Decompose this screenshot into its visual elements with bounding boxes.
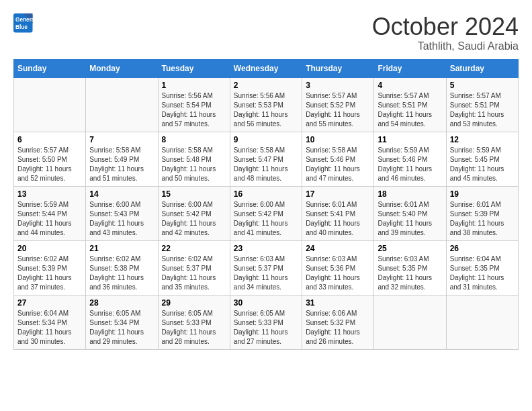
calendar-cell: 15Sunrise: 6:00 AMSunset: 5:42 PMDayligh… <box>158 186 230 240</box>
col-header-tuesday: Tuesday <box>158 59 230 77</box>
calendar-cell: 16Sunrise: 6:00 AMSunset: 5:42 PMDayligh… <box>230 186 302 240</box>
logo-icon: General Blue <box>13 13 34 34</box>
day-info: Sunrise: 5:59 AMSunset: 5:46 PMDaylight:… <box>378 146 442 183</box>
calendar-cell <box>86 77 158 132</box>
calendar-cell: 22Sunrise: 6:02 AMSunset: 5:37 PMDayligh… <box>158 240 230 295</box>
calendar-cell: 3Sunrise: 5:57 AMSunset: 5:52 PMDaylight… <box>302 77 374 132</box>
day-number: 11 <box>378 135 442 144</box>
calendar-cell: 4Sunrise: 5:57 AMSunset: 5:51 PMDaylight… <box>374 77 446 132</box>
calendar-cell: 27Sunrise: 6:04 AMSunset: 5:34 PMDayligh… <box>14 295 86 349</box>
day-info: Sunrise: 6:04 AMSunset: 5:34 PMDaylight:… <box>17 309 82 347</box>
logo: General Blue General Blue <box>13 13 36 34</box>
title-section: October 2024 Tathlith, Saudi Arabia <box>372 13 519 52</box>
day-number: 18 <box>378 189 442 199</box>
calendar-cell: 14Sunrise: 6:00 AMSunset: 5:43 PMDayligh… <box>86 186 158 240</box>
calendar-cell: 30Sunrise: 6:05 AMSunset: 5:33 PMDayligh… <box>230 295 302 349</box>
calendar-cell: 6Sunrise: 5:57 AMSunset: 5:50 PMDaylight… <box>14 132 86 186</box>
day-number: 30 <box>234 298 298 308</box>
calendar-table: SundayMondayTuesdayWednesdayThursdayFrid… <box>13 59 519 350</box>
calendar-cell <box>14 77 86 132</box>
day-number: 20 <box>17 244 82 253</box>
day-number: 26 <box>450 244 515 253</box>
day-info: Sunrise: 6:02 AMSunset: 5:39 PMDaylight:… <box>17 255 82 292</box>
day-number: 4 <box>378 81 442 90</box>
calendar-cell: 2Sunrise: 5:56 AMSunset: 5:53 PMDaylight… <box>230 77 302 132</box>
day-number: 3 <box>306 81 370 90</box>
col-header-thursday: Thursday <box>302 59 374 77</box>
day-info: Sunrise: 6:03 AMSunset: 5:37 PMDaylight:… <box>234 255 298 292</box>
day-number: 8 <box>162 135 226 144</box>
day-info: Sunrise: 5:57 AMSunset: 5:52 PMDaylight:… <box>306 91 370 129</box>
week-row-2: 6Sunrise: 5:57 AMSunset: 5:50 PMDaylight… <box>14 132 519 186</box>
calendar-cell: 18Sunrise: 6:01 AMSunset: 5:40 PMDayligh… <box>374 186 446 240</box>
col-header-monday: Monday <box>86 59 158 77</box>
calendar-cell: 7Sunrise: 5:58 AMSunset: 5:49 PMDaylight… <box>86 132 158 186</box>
day-number: 12 <box>450 135 515 144</box>
calendar-cell: 9Sunrise: 5:58 AMSunset: 5:47 PMDaylight… <box>230 132 302 186</box>
day-number: 16 <box>234 189 298 199</box>
month-title: October 2024 <box>372 13 519 40</box>
day-info: Sunrise: 6:01 AMSunset: 5:41 PMDaylight:… <box>306 200 370 238</box>
day-info: Sunrise: 6:02 AMSunset: 5:38 PMDaylight:… <box>89 255 154 292</box>
calendar-cell: 10Sunrise: 5:58 AMSunset: 5:46 PMDayligh… <box>302 132 374 186</box>
day-info: Sunrise: 6:00 AMSunset: 5:42 PMDaylight:… <box>234 200 298 238</box>
day-number: 29 <box>162 298 226 308</box>
day-number: 10 <box>306 135 370 144</box>
day-info: Sunrise: 6:06 AMSunset: 5:32 PMDaylight:… <box>306 309 370 347</box>
col-header-friday: Friday <box>374 59 446 77</box>
calendar-cell: 25Sunrise: 6:03 AMSunset: 5:35 PMDayligh… <box>374 240 446 295</box>
svg-text:General: General <box>15 17 34 23</box>
day-info: Sunrise: 5:59 AMSunset: 5:44 PMDaylight:… <box>17 200 82 238</box>
col-header-saturday: Saturday <box>446 59 518 77</box>
day-info: Sunrise: 5:58 AMSunset: 5:48 PMDaylight:… <box>162 146 226 183</box>
day-number: 6 <box>17 135 82 144</box>
day-number: 19 <box>450 189 515 199</box>
week-row-4: 20Sunrise: 6:02 AMSunset: 5:39 PMDayligh… <box>14 240 519 295</box>
day-info: Sunrise: 5:56 AMSunset: 5:54 PMDaylight:… <box>162 91 226 129</box>
day-info: Sunrise: 6:05 AMSunset: 5:33 PMDaylight:… <box>234 309 298 347</box>
calendar-cell: 17Sunrise: 6:01 AMSunset: 5:41 PMDayligh… <box>302 186 374 240</box>
day-number: 31 <box>306 298 370 308</box>
day-info: Sunrise: 5:57 AMSunset: 5:51 PMDaylight:… <box>378 91 442 129</box>
calendar-cell: 28Sunrise: 6:05 AMSunset: 5:34 PMDayligh… <box>86 295 158 349</box>
day-number: 27 <box>17 298 82 308</box>
day-number: 25 <box>378 244 442 253</box>
day-info: Sunrise: 6:04 AMSunset: 5:35 PMDaylight:… <box>450 255 515 292</box>
day-number: 23 <box>234 244 298 253</box>
day-info: Sunrise: 6:05 AMSunset: 5:33 PMDaylight:… <box>162 309 226 347</box>
day-info: Sunrise: 6:01 AMSunset: 5:40 PMDaylight:… <box>378 200 442 238</box>
week-row-1: 1Sunrise: 5:56 AMSunset: 5:54 PMDaylight… <box>14 77 519 132</box>
day-number: 22 <box>162 244 226 253</box>
calendar-cell <box>446 295 518 349</box>
calendar-cell: 26Sunrise: 6:04 AMSunset: 5:35 PMDayligh… <box>446 240 518 295</box>
calendar-cell: 29Sunrise: 6:05 AMSunset: 5:33 PMDayligh… <box>158 295 230 349</box>
day-info: Sunrise: 5:59 AMSunset: 5:45 PMDaylight:… <box>450 146 515 183</box>
day-number: 24 <box>306 244 370 253</box>
day-info: Sunrise: 5:58 AMSunset: 5:47 PMDaylight:… <box>234 146 298 183</box>
day-number: 13 <box>17 189 82 199</box>
calendar-cell: 8Sunrise: 5:58 AMSunset: 5:48 PMDaylight… <box>158 132 230 186</box>
day-info: Sunrise: 5:58 AMSunset: 5:49 PMDaylight:… <box>89 146 154 183</box>
day-number: 1 <box>162 81 226 90</box>
calendar-cell: 12Sunrise: 5:59 AMSunset: 5:45 PMDayligh… <box>446 132 518 186</box>
calendar-cell: 20Sunrise: 6:02 AMSunset: 5:39 PMDayligh… <box>14 240 86 295</box>
calendar-cell: 19Sunrise: 6:01 AMSunset: 5:39 PMDayligh… <box>446 186 518 240</box>
day-info: Sunrise: 6:03 AMSunset: 5:35 PMDaylight:… <box>378 255 442 292</box>
calendar-cell <box>374 295 446 349</box>
day-info: Sunrise: 6:05 AMSunset: 5:34 PMDaylight:… <box>89 309 154 347</box>
day-number: 9 <box>234 135 298 144</box>
day-number: 2 <box>234 81 298 90</box>
day-number: 7 <box>89 135 154 144</box>
col-header-wednesday: Wednesday <box>230 59 302 77</box>
day-number: 17 <box>306 189 370 199</box>
location-subtitle: Tathlith, Saudi Arabia <box>372 40 519 52</box>
page-header: General Blue General Blue October 2024 T… <box>13 13 519 52</box>
day-info: Sunrise: 6:03 AMSunset: 5:36 PMDaylight:… <box>306 255 370 292</box>
day-info: Sunrise: 5:57 AMSunset: 5:50 PMDaylight:… <box>17 146 82 183</box>
col-header-sunday: Sunday <box>14 59 86 77</box>
day-number: 5 <box>450 81 515 90</box>
header-row: SundayMondayTuesdayWednesdayThursdayFrid… <box>14 59 519 77</box>
calendar-cell: 24Sunrise: 6:03 AMSunset: 5:36 PMDayligh… <box>302 240 374 295</box>
day-number: 28 <box>89 298 154 308</box>
day-info: Sunrise: 5:58 AMSunset: 5:46 PMDaylight:… <box>306 146 370 183</box>
